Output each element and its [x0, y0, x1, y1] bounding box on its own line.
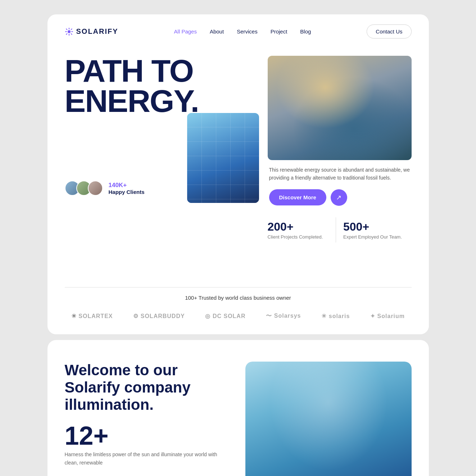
- solar-panel-image: [187, 113, 259, 203]
- clients-count: 140K+: [109, 182, 145, 189]
- logo-icon: [65, 27, 73, 36]
- stats-row: 200+ Client Projects Completed. 500+ Exp…: [268, 217, 412, 242]
- avatar-3: [88, 181, 103, 196]
- stat-projects: 200+ Client Projects Completed.: [268, 217, 336, 242]
- stat-experts-label: Expert Employed Our Team.: [343, 234, 412, 240]
- stat-experts: 500+ Expert Employed Our Team.: [336, 217, 412, 242]
- stat-projects-label: Client Projects Completed.: [268, 234, 336, 240]
- arrow-button[interactable]: ↗: [331, 189, 347, 206]
- brand-solarbuddy: ⚙ SOLARBUDDY: [133, 313, 185, 319]
- avatar-group: [65, 181, 103, 196]
- hero-card: SOLARIFY All Pages About Services Projec…: [47, 14, 429, 334]
- trusted-section: 100+ Trusted by world class business own…: [47, 273, 429, 334]
- trusted-divider: [65, 287, 412, 287]
- nav-services[interactable]: Services: [237, 28, 258, 35]
- trusted-title: 100+ Trusted by world class business own…: [65, 295, 412, 301]
- hero-title: PATH TO ENERGY.: [65, 56, 259, 116]
- brand-name: SOLARIFY: [76, 27, 118, 36]
- brand-solarium: ✦ Solarium: [370, 313, 405, 319]
- welcome-card: Welcome to our Solarify company illumina…: [47, 340, 429, 476]
- page-wrapper: SOLARIFY All Pages About Services Projec…: [47, 14, 429, 476]
- worker-image: [268, 56, 412, 160]
- welcome-right: ★ Solar Energy: [245, 362, 412, 476]
- brand-solarsys: 〜 Solarsys: [266, 312, 301, 320]
- stat-projects-number: 200+: [268, 220, 336, 234]
- brand-dcsolar: ◎ DC SOLAR: [205, 313, 245, 319]
- welcome-grid: Welcome to our Solarify company illumina…: [65, 362, 412, 476]
- welcome-left: Welcome to our Solarify company illumina…: [65, 362, 231, 467]
- svg-point-0: [68, 30, 71, 33]
- hero-description: This renewable energy source is abundant…: [269, 166, 410, 182]
- welcome-description: Harness the limitless power of the sun a…: [65, 450, 231, 468]
- client-info: 140K+ Happy Clients: [109, 182, 145, 195]
- brand-solaris: ☀ solaris: [321, 313, 350, 319]
- stat-experts-number: 500+: [343, 220, 412, 234]
- brand-solartex: ☀ SOLARTEX: [71, 313, 113, 319]
- logo: SOLARIFY: [65, 27, 118, 36]
- solar-panel-grid-overlay: [187, 113, 259, 203]
- nav-all-pages[interactable]: All Pages: [174, 28, 197, 35]
- welcome-image: [245, 362, 412, 476]
- nav-links: All Pages About Services Project Blog: [174, 28, 311, 35]
- welcome-big-number: 12+: [65, 421, 231, 450]
- cta-row: Discover More ↗: [269, 189, 410, 206]
- nav-blog[interactable]: Blog: [300, 28, 311, 35]
- welcome-title: Welcome to our Solarify company illumina…: [65, 362, 231, 414]
- hero-left: PATH TO ENERGY. 140K: [65, 56, 259, 196]
- clients-label: Happy Clients: [109, 189, 145, 195]
- navbar: SOLARIFY All Pages About Services Projec…: [47, 14, 429, 49]
- nav-about[interactable]: About: [210, 28, 224, 35]
- welcome-image-inner: [245, 362, 412, 476]
- contact-us-button[interactable]: Contact Us: [367, 24, 411, 38]
- hero-grid: PATH TO ENERGY. 140K: [65, 56, 412, 242]
- nav-project[interactable]: Project: [271, 28, 287, 35]
- hero-right: This renewable energy source is abundant…: [268, 56, 412, 242]
- discover-more-button[interactable]: Discover More: [269, 189, 326, 205]
- description-area: This renewable energy source is abundant…: [268, 166, 412, 206]
- worker-image-inner: [268, 56, 412, 160]
- brand-logos: ☀ SOLARTEX ⚙ SOLARBUDDY ◎ DC SOLAR 〜 Sol…: [65, 312, 412, 320]
- hero-content: PATH TO ENERGY. 140K: [47, 49, 429, 264]
